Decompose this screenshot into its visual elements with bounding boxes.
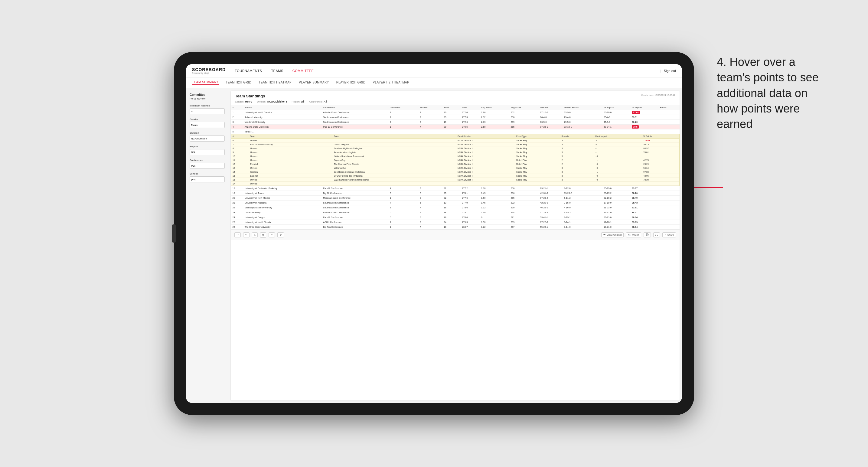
tooltip-cell-points: 119.63 — [642, 138, 679, 143]
tooltip-col-rank-impact: Rank Impact — [594, 134, 642, 138]
tooltip-row[interactable]: 16 Univers 2023 Sahalee Players Champion… — [231, 178, 679, 182]
nav-committee[interactable]: COMMITTEE — [292, 69, 314, 72]
tooltip-cell-rounds: 3 — [560, 143, 594, 146]
tooltip-cell-rounds: 3 — [560, 146, 594, 150]
copy-button[interactable]: ⧉ — [260, 232, 266, 238]
cell-vs50: 97.02 — [630, 110, 658, 115]
tooltip-col-rounds: Rounds — [560, 134, 594, 138]
filter-conference-label: Conference: — [309, 100, 323, 103]
table-row[interactable]: 1 University of North Carolina Atlantic … — [231, 110, 680, 115]
table-row[interactable]: 2 Auburn University Southeastern Confere… — [231, 115, 680, 120]
subnav-player-summary[interactable]: PLAYER SUMMARY — [299, 81, 329, 85]
tooltip-table: # Team Event Event Division Event Type R… — [231, 134, 679, 186]
cell-points[interactable]: 88.14 — [630, 215, 658, 220]
cell-points[interactable]: 90.20 — [630, 120, 658, 125]
tooltip-row[interactable]: 6 Univers NCAA Division I Stroke Play 3 … — [231, 138, 679, 143]
tooltip-row[interactable]: 10 Univers National Invitational Tournam… — [231, 154, 679, 158]
cell-points[interactable] — [659, 110, 680, 115]
cell-points[interactable]: 88.70 — [630, 191, 658, 196]
tooltip-row[interactable]: 12 Florida I The Cypress Point Classic N… — [231, 162, 679, 166]
col-points: Points — [659, 105, 680, 110]
home-button[interactable]: ⌂ — [252, 232, 258, 238]
sidebar-division-select[interactable]: NCAA Division I — [190, 135, 225, 142]
tooltip-cell-num: 15 — [231, 174, 249, 178]
tooltip-row[interactable]: 11 Univers Copper Cup NCAA Division I Ma… — [231, 158, 679, 162]
share-button[interactable]: ↗ Share — [662, 232, 676, 238]
table-row[interactable]: 23 Duke University Atlantic Coast Confer… — [231, 210, 680, 215]
cell-school: Texas T... — [243, 129, 680, 134]
tooltip-row[interactable]: 9 Univers Amer An Intercollegiate NCAA D… — [231, 150, 679, 154]
tooltip-cell-num: 8 — [231, 146, 249, 150]
filter-conference: Conference: All — [309, 100, 327, 103]
cell-points[interactable]: 83.81 — [630, 206, 658, 210]
table-row[interactable]: 18 University of California, Berkeley Pa… — [231, 186, 680, 191]
view-label: View: Original — [607, 234, 621, 236]
feedback-button[interactable]: 💬 — [644, 232, 651, 238]
cell-points[interactable]: 88.71 — [630, 210, 658, 215]
nav-tournaments[interactable]: TOURNAMENTS — [235, 69, 262, 72]
cell-points[interactable]: 79.5 — [630, 125, 658, 129]
subnav-player-h2h-grid[interactable]: PLAYER H2H GRID — [336, 81, 366, 85]
sidebar-conference: Conference (All) — [190, 159, 225, 169]
subnav-player-h2h-heatmap[interactable]: PLAYER H2H HEATMAP — [373, 81, 409, 85]
table-row[interactable]: 21 University of Alabama Southeastern Co… — [231, 200, 680, 206]
table-row[interactable]: 5 Texas T... — [231, 129, 680, 134]
table-row[interactable]: 22 Mississippi State University Southeas… — [231, 206, 680, 210]
cell-school: Duke University — [243, 210, 322, 215]
tooltip-row[interactable]: 15 East Ter OFCC Fighting Illini Invitat… — [231, 174, 679, 178]
sidebar-gender-select[interactable]: Men's — [190, 122, 225, 128]
draw-button[interactable]: ✏ — [269, 232, 275, 238]
cell-points[interactable]: 83.89 — [630, 220, 658, 225]
cell-rnds: 30 — [442, 110, 460, 115]
nav-teams[interactable]: TEAMS — [271, 69, 283, 72]
tooltip-col-event: Event — [332, 134, 456, 138]
tooltip-cell-rank: +0 — [594, 174, 642, 178]
sign-out-link[interactable]: Sign out — [664, 69, 676, 72]
table-row[interactable]: 20 University of New Mexico Mountain Wes… — [231, 196, 680, 200]
table-row[interactable]: 24 University of Oregon Pac-12 Conferenc… — [231, 215, 680, 220]
cell-points[interactable]: 88.94 — [630, 225, 658, 229]
subnav-team-summary[interactable]: TEAM SUMMARY — [192, 81, 219, 85]
subnav-team-h2h-heatmap[interactable]: TEAM H2H HEATMAP — [258, 81, 291, 85]
tooltip-cell-num: 11 — [231, 158, 249, 162]
tooltip-row[interactable]: 17 Univers — [231, 182, 679, 186]
tooltip-row[interactable]: 14 Georgia Ben Hogan Collegiate Invitati… — [231, 170, 679, 174]
copy-icon: ⧉ — [262, 234, 264, 237]
tooltip-row[interactable]: 8 Univers Southern Highlands Collegiate … — [231, 146, 679, 150]
table-row[interactable]: 19 University of Texas Big 12 Conference… — [231, 191, 680, 196]
view-icon: 👁 — [603, 234, 606, 236]
table-row[interactable]: 4 Arizona State University Pac-12 Confer… — [231, 125, 680, 129]
col-rnds: Rnds — [442, 105, 460, 110]
table-body: 1 University of North Carolina Atlantic … — [231, 110, 680, 229]
cell-adj: 2.73 — [480, 120, 509, 125]
sidebar-min-rounds-input[interactable] — [190, 108, 225, 114]
undo-button[interactable]: ↩ — [235, 232, 241, 238]
sidebar-school-select[interactable]: (All) — [190, 176, 225, 182]
cell-points[interactable]: 83.07 — [630, 186, 658, 191]
cell-points[interactable]: 88.49 — [630, 196, 658, 200]
view-original-button[interactable]: 👁 View: Original — [601, 232, 624, 238]
clock-button[interactable]: ⏱ — [277, 232, 284, 238]
sidebar-region-select[interactable]: N/A — [190, 149, 225, 155]
cell-points[interactable]: 93.31 — [630, 115, 658, 120]
tooltip-cell-rounds: 3 — [560, 154, 594, 158]
share-label: Share — [668, 234, 674, 236]
expand-button[interactable]: ⛶ — [653, 232, 660, 238]
cell-conf-rank: 1 — [388, 125, 418, 129]
redo-button[interactable]: ↪ — [243, 232, 249, 238]
tooltip-cell-rank: -1 — [594, 143, 642, 146]
tooltip-cell-num: 9 — [231, 150, 249, 154]
table-row[interactable]: 25 University of North Florida ASUN Conf… — [231, 220, 680, 225]
tooltip-row[interactable]: 13 Univers Williams Cup NCAA Division I … — [231, 166, 679, 170]
subnav-team-h2h-grid[interactable]: TEAM H2H GRID — [226, 81, 252, 85]
watch-button[interactable]: 👀 Watch — [626, 232, 641, 238]
clock-icon: ⏱ — [279, 234, 282, 236]
tooltip-row[interactable]: 7 Arizona State University Cabo Collegia… — [231, 143, 679, 146]
tooltip-cell-division: NCAA Division I — [456, 178, 515, 182]
table-row[interactable]: 26 The Ohio State University Big Ten Con… — [231, 225, 680, 229]
cell-rank: 2 — [231, 115, 243, 120]
sidebar-conference-select[interactable]: (All) — [190, 163, 225, 169]
cell-points[interactable]: 88.43 — [630, 200, 658, 206]
cell-rnds: 23 — [442, 115, 460, 120]
table-row[interactable]: 3 Vanderbilt University Southeastern Con… — [231, 120, 680, 125]
